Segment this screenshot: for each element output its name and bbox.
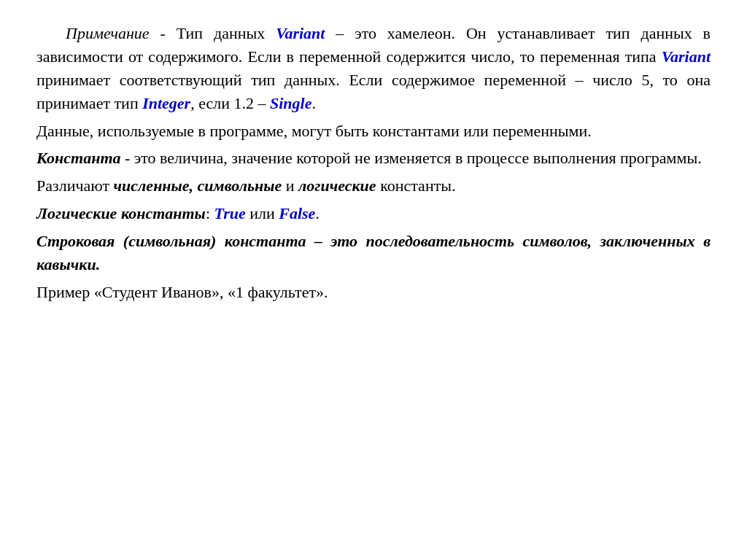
konstanta-label: Константа <box>36 149 121 167</box>
integer-label: Integer <box>142 94 190 112</box>
variant2-label: Variant <box>662 47 711 66</box>
p4-text1: Различают <box>36 176 114 195</box>
chislennye-label: численные, <box>114 176 194 195</box>
paragraph-1: Примечание - Тип данных Variant – это ха… <box>36 22 711 115</box>
p5-text3: . <box>315 204 320 222</box>
p1-text1: - Тип данных <box>150 24 276 42</box>
p3-text: - это величина, значение которой не изме… <box>121 149 702 167</box>
p4-text3: и <box>282 176 298 195</box>
paragraph-7: Пример «Студент Иванов», «1 факультет». <box>36 281 711 304</box>
variant1-label: Variant <box>276 24 325 42</box>
p5-text1: : <box>206 204 214 222</box>
paragraph-3: Константа - это величина, значение котор… <box>36 147 711 170</box>
p4-text4: константы. <box>376 176 456 195</box>
false-label: False <box>279 204 315 222</box>
text-block: Примечание - Тип данных Variant – это ха… <box>36 22 711 304</box>
logicheskie-label: логические <box>298 176 376 195</box>
paragraph-5: Логические константы: True или False. <box>36 202 711 225</box>
single-label: Single <box>270 94 311 112</box>
true-label: True <box>214 204 246 222</box>
logicheskie-konstanty-label: Логические константы <box>36 204 206 222</box>
paragraph-6: Строковая (символьная) константа – это п… <box>36 230 711 276</box>
note-label: Примечание <box>66 24 150 42</box>
indent <box>36 22 66 45</box>
p6-text1: (символьная) константа – это последовате… <box>36 232 711 273</box>
simvolnye-label: символьные <box>198 176 282 195</box>
p5-text2: или <box>246 204 279 222</box>
paragraph-4: Различают численные, символьные и логиче… <box>36 174 711 198</box>
page-container: Примечание - Тип данных Variant – это ха… <box>0 0 747 560</box>
p1-text5: . <box>311 94 316 112</box>
strokovaya-label: Строковая <box>36 232 115 250</box>
p1-text3: принимает соответствующий тип данных. Ес… <box>36 71 711 112</box>
p1-text4: , если 1.2 – <box>190 94 270 112</box>
paragraph-2: Данные, используемые в программе, могут … <box>36 120 711 143</box>
